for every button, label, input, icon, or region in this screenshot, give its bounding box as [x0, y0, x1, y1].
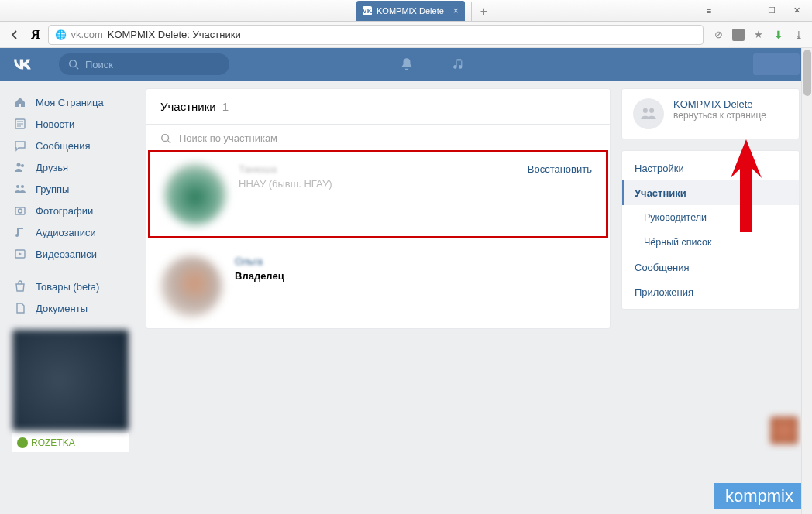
docs-icon [12, 300, 28, 316]
members-search[interactable]: Поиск по участникам [146, 124, 610, 152]
svg-point-6 [17, 163, 21, 167]
nav-label: Моя Страница [36, 97, 104, 108]
menu-messages[interactable]: Сообщения [622, 255, 799, 279]
url-domain: vk.com [71, 29, 103, 40]
news-icon [12, 116, 28, 132]
scroll-thumb[interactable] [803, 50, 811, 96]
new-tab-button[interactable]: + [471, 2, 490, 21]
member-name[interactable]: Танюша [239, 163, 332, 175]
nav-groups[interactable]: Группы [8, 178, 135, 200]
nav-label: Новости [36, 118, 74, 130]
search-icon [160, 133, 171, 144]
video-icon [12, 246, 28, 262]
nav-friends[interactable]: Друзья [8, 156, 135, 178]
nav-audio[interactable]: Аудиозаписи [8, 221, 135, 243]
nav-docs[interactable]: Документы [8, 297, 135, 319]
music-icon[interactable] [452, 57, 466, 71]
tab-favicon: VK [363, 6, 372, 15]
svg-line-14 [168, 140, 171, 143]
audio-icon [12, 224, 28, 240]
vk-header: Поиск [0, 48, 812, 81]
download-icon[interactable]: ⤓ [792, 28, 806, 42]
menu-apps[interactable]: Приложения [622, 279, 799, 304]
menu-members[interactable]: Участники [622, 180, 799, 205]
window-settings-icon[interactable]: ≡ [700, 3, 718, 19]
member-row: Ольга Владелец [146, 245, 610, 328]
download-manager-icon[interactable]: ⬇ [772, 28, 786, 42]
member-row-deleted: Танюша ННАУ (бывш. НГАУ) Восстановить [150, 152, 606, 236]
nav-label: Видеозаписи [36, 248, 97, 260]
restore-button[interactable]: Восстановить [528, 163, 592, 175]
group-menu: Настройки Участники Руководители Чёрный … [621, 150, 800, 310]
photo-icon [12, 203, 28, 218]
svg-point-15 [643, 108, 648, 113]
right-column: KOMPMIX Delete вернуться к странице Наст… [621, 88, 800, 452]
tab-title: KOMPMIX Delete [377, 6, 444, 15]
nav-video[interactable]: Видеозаписи [8, 243, 135, 265]
vk-search[interactable]: Поиск [59, 53, 229, 75]
group-return-link[interactable]: вернуться к странице [673, 110, 766, 121]
nav-shop[interactable]: Товары (beta) [8, 276, 135, 297]
svg-point-13 [162, 134, 169, 141]
corner-thumbnail [770, 416, 798, 444]
watermark: kompmix [714, 483, 804, 509]
browser-tab-active[interactable]: VK KOMPMIX Delete × [356, 1, 465, 21]
nav-messages[interactable]: Сообщения [8, 135, 135, 156]
nav-label: Аудиозаписи [36, 227, 96, 238]
members-count: 1 [222, 100, 229, 113]
svg-line-1 [76, 67, 79, 70]
ad-logo-icon [17, 437, 28, 448]
member-role: Владелец [235, 270, 284, 282]
avatar[interactable] [164, 163, 226, 225]
group-avatar-icon [633, 98, 664, 129]
vk-search-placeholder: Поиск [85, 59, 113, 70]
vertical-scrollbar[interactable] [801, 48, 812, 514]
address-bar: Я 🌐 vk.com KOMPMIX Delete: Участники ⊘ ★… [0, 22, 812, 48]
maximize-window-icon[interactable]: ☐ [762, 3, 781, 19]
reader-icon[interactable]: ⊘ [711, 28, 725, 42]
shop-icon [12, 279, 28, 294]
svg-point-0 [70, 60, 77, 67]
search-icon [68, 59, 79, 70]
close-tab-icon[interactable]: × [453, 5, 459, 16]
nav-news[interactable]: Новости [8, 113, 135, 135]
yandex-logo[interactable]: Я [31, 28, 40, 42]
browser-tab-strip: VK KOMPMIX Delete × + ≡ — ☐ ✕ [0, 0, 812, 22]
lock-icon[interactable] [731, 28, 745, 42]
chat-icon [12, 138, 28, 153]
svg-point-11 [19, 209, 22, 213]
nav-my-page[interactable]: Моя Страница [8, 91, 135, 113]
back-button[interactable] [6, 26, 23, 43]
vk-profile-button[interactable] [753, 53, 800, 75]
globe-icon: 🌐 [55, 29, 67, 40]
avatar[interactable] [160, 255, 222, 317]
vk-logo[interactable] [12, 54, 43, 74]
friends-icon [12, 159, 28, 175]
close-window-icon[interactable]: ✕ [787, 3, 806, 19]
menu-settings[interactable]: Настройки [622, 156, 799, 180]
nav-label: Сообщения [36, 140, 91, 152]
member-name[interactable]: Ольга [235, 255, 284, 267]
notifications-icon[interactable] [400, 57, 414, 71]
group-card[interactable]: KOMPMIX Delete вернуться к странице [621, 88, 800, 139]
svg-point-7 [21, 164, 24, 167]
content: Участники 1 Поиск по участникам Танюша Н… [146, 88, 611, 452]
menu-blacklist[interactable]: Чёрный список [622, 230, 799, 255]
leftnav: Моя Страница Новости Сообщения Друзья Гр… [8, 88, 135, 452]
nav-label: Товары (beta) [36, 281, 99, 293]
nav-photos[interactable]: Фотографии [8, 200, 135, 221]
ad-image[interactable] [12, 330, 129, 430]
url-input[interactable]: 🌐 vk.com KOMPMIX Delete: Участники [48, 25, 704, 45]
nav-label: Друзья [36, 162, 68, 173]
ad-label[interactable]: ROZETKA [12, 433, 129, 452]
url-path: KOMPMIX Delete: Участники [108, 29, 241, 40]
member-subtitle: ННАУ (бывш. НГАУ) [239, 178, 332, 190]
members-title: Участники 1 [146, 89, 610, 124]
nav-label: Группы [36, 183, 69, 195]
nav-label: Документы [36, 303, 88, 314]
minimize-window-icon[interactable]: — [738, 3, 756, 19]
svg-point-8 [16, 185, 19, 188]
svg-point-9 [21, 185, 24, 188]
bookmark-icon[interactable]: ★ [752, 28, 766, 42]
menu-managers[interactable]: Руководители [622, 205, 799, 230]
